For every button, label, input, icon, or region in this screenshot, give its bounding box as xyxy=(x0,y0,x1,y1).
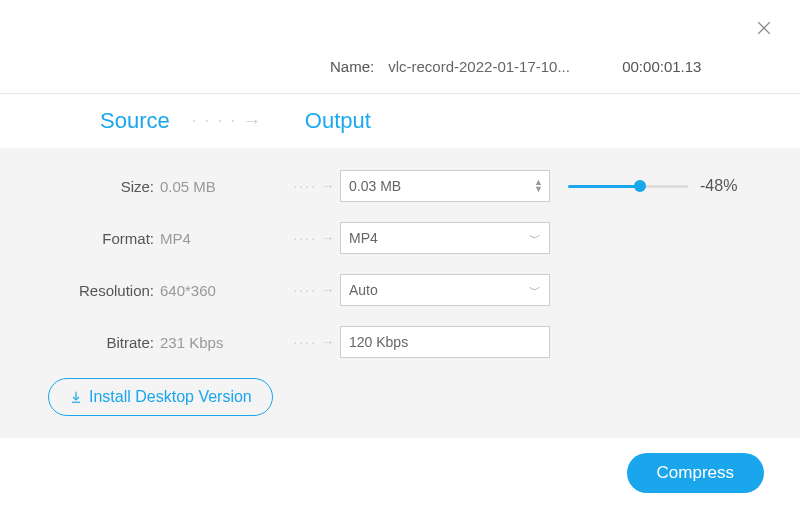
arrow-icon: ···· xyxy=(290,230,340,246)
size-slider[interactable] xyxy=(568,180,688,192)
arrow-icon: · · · · xyxy=(192,111,263,132)
size-output-stepper[interactable]: 0.03 MB ▲▼ xyxy=(340,170,550,202)
install-desktop-label: Install Desktop Version xyxy=(89,388,252,406)
format-select[interactable]: MP4 ﹀ xyxy=(340,222,550,254)
file-info-row: Name: vlc-record-2022-01-17-10... 00:00:… xyxy=(0,0,800,93)
size-output-value: 0.03 MB xyxy=(349,178,401,194)
name-label: Name: xyxy=(330,58,374,75)
arrow-icon: ···· xyxy=(290,178,340,194)
format-source: MP4 xyxy=(160,230,290,247)
arrow-icon: ···· xyxy=(290,282,340,298)
compress-button[interactable]: Compress xyxy=(627,453,764,493)
arrow-icon: ···· xyxy=(290,334,340,350)
bitrate-source: 231 Kbps xyxy=(160,334,290,351)
compress-label: Compress xyxy=(657,463,734,482)
bitrate-label: Bitrate: xyxy=(0,334,160,351)
format-label: Format: xyxy=(0,230,160,247)
file-duration: 00:00:01.13 xyxy=(622,58,701,75)
download-icon xyxy=(69,390,83,404)
size-source: 0.05 MB xyxy=(160,178,290,195)
resolution-output-value: Auto xyxy=(349,282,378,298)
output-header: Output xyxy=(305,108,371,134)
size-percent: -48% xyxy=(700,177,737,195)
size-label: Size: xyxy=(0,178,160,195)
bitrate-input[interactable]: 120 Kbps xyxy=(340,326,550,358)
source-header: Source xyxy=(100,108,170,134)
close-icon[interactable] xyxy=(754,18,778,42)
bitrate-output-value: 120 Kbps xyxy=(349,334,408,350)
install-desktop-button[interactable]: Install Desktop Version xyxy=(48,378,273,416)
stepper-icon[interactable]: ▲▼ xyxy=(534,179,543,193)
chevron-down-icon: ﹀ xyxy=(529,230,541,247)
resolution-source: 640*360 xyxy=(160,282,290,299)
resolution-label: Resolution: xyxy=(0,282,160,299)
settings-body: Size: 0.05 MB ···· 0.03 MB ▲▼ -48% Forma… xyxy=(0,148,800,438)
format-output-value: MP4 xyxy=(349,230,378,246)
resolution-select[interactable]: Auto ﹀ xyxy=(340,274,550,306)
column-headers: Source · · · · Output xyxy=(0,94,800,148)
file-name: vlc-record-2022-01-17-10... xyxy=(388,58,578,75)
chevron-down-icon: ﹀ xyxy=(529,282,541,299)
